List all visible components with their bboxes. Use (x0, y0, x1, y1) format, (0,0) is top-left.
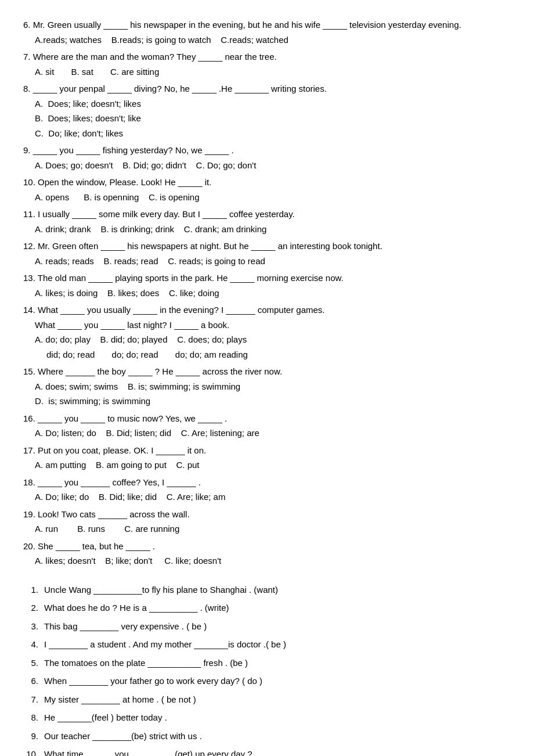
question-12: 12. Mr. Green often _____ his newspapers… (23, 239, 511, 268)
fill-text-1: Uncle Wang __________to fly his plane to… (44, 582, 278, 597)
fill-list: 1. Uncle Wang __________to fly his plane… (23, 582, 511, 757)
question-16: 16. _____ you _____ to music now? Yes, w… (23, 411, 511, 441)
fill-num-4: 4. (23, 637, 44, 652)
q20-options: A. likes; doesn't B; like; don't C. like… (23, 553, 511, 568)
question-18: 18. _____ you ______ coffee? Yes, I ____… (23, 475, 511, 505)
q7-text: 7. Where are the man and the woman? They… (23, 49, 511, 64)
question-15: 15. Where ______ the boy _____ ? He ____… (23, 364, 511, 409)
q15-opt1: A. does; swim; swims B. is; swimming; is… (23, 379, 511, 394)
fill-num-8: 8. (23, 710, 44, 725)
question-9: 9. _____ you _____ fishing yesterday? No… (23, 143, 511, 172)
question-20: 20. She _____ tea, but he _____ . A. lik… (23, 539, 511, 568)
q6-text: 6. Mr. Green usually _____ his newspaper… (23, 17, 511, 33)
q18-text: 18. _____ you ______ coffee? Yes, I ____… (23, 475, 511, 490)
question-17: 17. Put on you coat, please. OK. I _____… (23, 443, 511, 473)
fill-text-10: What time ______you _________(get) up ev… (44, 747, 252, 756)
q13-options: A. likes; is doing B. likes; does C. lik… (23, 286, 511, 301)
fill-text-3: This bag ________ very expensive . ( be … (44, 619, 207, 634)
fill-text-4: I ________ a student . And my mother ___… (44, 637, 286, 652)
fill-item-2: 2. What does he do ? He is a __________ … (23, 600, 511, 615)
q13-text: 13. The old man _____ playing sports in … (23, 271, 511, 286)
q16-text: 16. _____ you _____ to music now? Yes, w… (23, 411, 511, 426)
q11-text: 11. I usually _____ some milk every day.… (23, 207, 511, 222)
q8-text: 8. _____ your penpal _____ diving? No, h… (23, 81, 511, 96)
fill-num-3: 3. (23, 619, 44, 634)
q19-text: 19. Look! Two cats ______ across the wal… (23, 507, 511, 522)
q15-opt2: D. is; swimming; is swimming (23, 394, 511, 409)
question-13: 13. The old man _____ playing sports in … (23, 271, 511, 300)
q10-options: A. opens B. is openning C. is opening (23, 190, 511, 205)
q17-text: 17. Put on you coat, please. OK. I _____… (23, 443, 511, 458)
fill-item-8: 8. He _______(feel ) better today . (23, 710, 511, 725)
question-19: 19. Look! Two cats ______ across the wal… (23, 507, 511, 537)
fill-num-2: 2. (23, 600, 44, 615)
fill-item-3: 3. This bag ________ very expensive . ( … (23, 619, 511, 634)
q9-text: 9. _____ you _____ fishing yesterday? No… (23, 143, 511, 158)
fill-item-5: 5. The tomatoes on the plate ___________… (23, 656, 511, 671)
q14-text: 14. What _____ you usually _____ in the … (23, 303, 511, 318)
q12-text: 12. Mr. Green often _____ his newspapers… (23, 239, 511, 254)
fill-num-5: 5. (23, 656, 44, 671)
q20-text: 20. She _____ tea, but he _____ . (23, 539, 511, 554)
q14-sub: What _____ you _____ last night? I _____… (23, 318, 511, 333)
fill-num-6: 6. (23, 674, 44, 689)
fill-num-10: 10. (23, 747, 44, 756)
q11-options: A. drink; drank B. is drinking; drink C.… (23, 222, 511, 237)
fill-num-7: 7. (23, 692, 44, 707)
question-10: 10. Open the window, Please. Look! He __… (23, 175, 511, 204)
fill-text-7: My sister ________ at home . ( be not ) (44, 692, 196, 707)
fill-num-1: 1. (23, 582, 44, 597)
q17-options: A. am putting B. am going to put C. put (23, 458, 511, 473)
q9-options: A. Does; go; doesn't B. Did; go; didn't … (23, 158, 511, 173)
q19-options: A. run B. runs C. are running (23, 521, 511, 537)
fill-item-1: 1. Uncle Wang __________to fly his plane… (23, 582, 511, 597)
fill-item-6: 6. When ________ your father go to work … (23, 674, 511, 689)
fill-text-9: Our teacher ________(be) strict with us … (44, 729, 202, 744)
fill-item-10: 10. What time ______you _________(get) u… (23, 747, 511, 756)
question-6: 6. Mr. Green usually _____ his newspaper… (23, 17, 511, 47)
question-7: 7. Where are the man and the woman? They… (23, 49, 511, 79)
q6-options: A.reads; watches B.reads; is going to wa… (23, 33, 511, 48)
fill-text-2: What does he do ? He is a __________ . (… (44, 600, 229, 615)
fill-text-8: He _______(feel ) better today . (44, 710, 167, 725)
fill-item-4: 4. I ________ a student . And my mother … (23, 637, 511, 652)
q8-optB: B. Does; likes; doesn't; like (23, 111, 511, 126)
question-8: 8. _____ your penpal _____ diving? No, h… (23, 81, 511, 141)
fill-text-5: The tomatoes on the plate ___________ fr… (44, 656, 248, 671)
question-11: 11. I usually _____ some milk every day.… (23, 207, 511, 236)
q15-text: 15. Where ______ the boy _____ ? He ____… (23, 364, 511, 379)
q8-optA: A. Does; like; doesn't; likes (23, 96, 511, 111)
q7-options: A. sit B. sat C. are sitting (23, 64, 511, 80)
question-14: 14. What _____ you usually _____ in the … (23, 303, 511, 362)
main-content: 6. Mr. Green usually _____ his newspaper… (23, 17, 511, 756)
q10-text: 10. Open the window, Please. Look! He __… (23, 175, 511, 190)
q8-optC: C. Do; like; don't; likes (23, 126, 511, 141)
q12-options: A. reads; reads B. reads; read C. reads;… (23, 254, 511, 269)
q14-opt1: A. do; do; play B. did; do; played C. do… (23, 332, 511, 347)
q14-opt2: did; do; read do; do; read do; do; am re… (23, 347, 511, 362)
fill-text-6: When ________ your father go to work eve… (44, 674, 262, 689)
fill-item-9: 9. Our teacher ________(be) strict with … (23, 729, 511, 744)
fill-section: 1. Uncle Wang __________to fly his plane… (23, 582, 511, 757)
fill-item-7: 7. My sister ________ at home . ( be not… (23, 692, 511, 707)
q18-options: A. Do; like; do B. Did; like; did C. Are… (23, 489, 511, 505)
fill-num-9: 9. (23, 729, 44, 744)
q16-options: A. Do; listen; do B. Did; listen; did C.… (23, 426, 511, 441)
